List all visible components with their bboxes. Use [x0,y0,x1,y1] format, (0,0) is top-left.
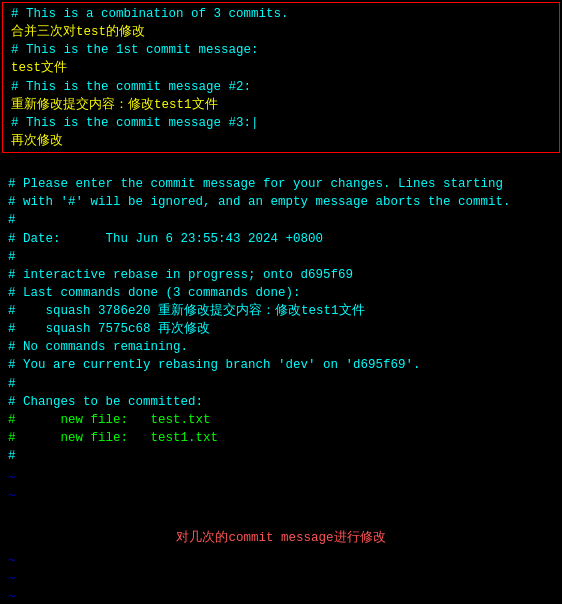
comment-15: # new file: test1.txt [4,429,558,447]
tilde-block: ~ ~ 对几次的commit message进行修改 ~ ~ ~ ~ ~ ~ ~… [0,467,562,604]
commit-line-7: # This is the commit message #3:| [7,114,555,132]
comment-16: # [4,447,558,465]
comment-10: # No commands remaining. [4,338,558,356]
comment-9: # squash 7575c68 再次修改 [4,320,558,338]
comment-4: # Date: Thu Jun 6 23:55:43 2024 +0800 [4,230,558,248]
tilde-1: ~ [4,469,558,487]
commit-line-4: test文件 [7,59,555,77]
commit-line-1: # This is a combination of 3 commits. [7,5,555,23]
commit-block: # This is a combination of 3 commits. 合并… [2,2,560,153]
empty-line-1 [0,153,562,171]
comment-8: # squash 3786e20 重新修改提交内容：修改test1文件 [4,302,558,320]
comment-2: # with '#' will be ignored, and an empty… [4,193,558,211]
tilde-2: ~ [4,487,558,505]
comment-13: # Changes to be committed: [4,393,558,411]
comment-1: # Please enter the commit message for yo… [4,175,558,193]
tilde-5: ~ [4,588,558,604]
tilde-4: ~ [4,570,558,588]
tilde-3: ~ [4,552,558,570]
commit-line-6: 重新修改提交内容：修改test1文件 [7,96,555,114]
commit-line-2: 合并三次对test的修改 [7,23,555,41]
comment-11: # You are currently rebasing branch 'dev… [4,356,558,374]
comment-14: # new file: test.txt [4,411,558,429]
comment-3: # [4,211,558,229]
comment-block: # Please enter the commit message for yo… [0,173,562,467]
comment-6: # interactive rebase in progress; onto d… [4,266,558,284]
comment-7: # Last commands done (3 commands done): [4,284,558,302]
commit-line-5: # This is the commit message #2: [7,78,555,96]
commit-line-3: # This is the 1st commit message: [7,41,555,59]
editor-area: # This is a combination of 3 commits. 合并… [0,0,562,604]
commit-line-8: 再次修改 [7,132,555,150]
centered-annotation: 对几次的commit message进行修改 [4,525,558,551]
comment-12: # [4,375,558,393]
comment-5: # [4,248,558,266]
